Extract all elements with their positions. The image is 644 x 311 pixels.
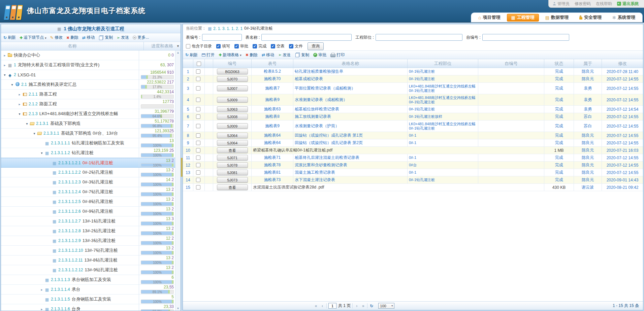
- tree-node[interactable]: 2.1.3.1.1.2.60#-9钻孔灌注桩13 2100%: [1, 207, 175, 216]
- form-name-link[interactable]: 回旋钻（或旋挖钻）成孔记录表 第1页: [295, 133, 363, 138]
- tab-data[interactable]: 数据管理: [541, 14, 573, 22]
- last-page-icon[interactable]: »: [361, 304, 365, 308]
- delete-button[interactable]: 删除: [66, 35, 78, 40]
- file-name-text[interactable]: 水泥混凝土抗压强度试验记录表28d .pdf: [253, 184, 324, 190]
- form-name-link[interactable]: 泥浆比重和含砂量检测记录表: [295, 162, 347, 168]
- edit-button[interactable]: 修改: [50, 35, 63, 40]
- column-header-2[interactable]: 表号: [252, 59, 293, 68]
- row-checkbox[interactable]: [196, 69, 200, 74]
- page-input[interactable]: [328, 303, 336, 309]
- row-checkbox[interactable]: [196, 163, 200, 167]
- filter-fill[interactable]: 填写: [216, 43, 230, 49]
- filter-complete[interactable]: 完成: [253, 43, 266, 49]
- form-code-button[interactable]: SJ071: [217, 155, 248, 161]
- select-all-checkbox[interactable]: [197, 62, 201, 66]
- row-checkbox[interactable]: [196, 170, 200, 175]
- scroll-up-icon[interactable]: ▲: [175, 51, 181, 54]
- online-help-link[interactable]: 在线帮助: [596, 1, 612, 7]
- form-code-button[interactable]: SJ063: [217, 106, 248, 112]
- add-form-button[interactable]: 新增表格: [219, 52, 242, 58]
- row-checkbox[interactable]: [196, 98, 200, 102]
- send-button[interactable]: 发送: [278, 52, 291, 58]
- form-code-button[interactable]: SJ007: [217, 85, 248, 91]
- open-button[interactable]: 打开: [202, 52, 215, 58]
- tree-node[interactable]: 2.1.3.1.1.2.1213#-9钻孔灌注桩13 2100%: [1, 265, 175, 275]
- table-row[interactable]: 11SJ071施检表71桩基终孔后灌注混凝土前检查记录表0#-1完成陈良元202…: [183, 154, 643, 162]
- tree-node[interactable]: ▾2.1施工质检资料及评定汇总222,53822 21717.8%: [1, 80, 175, 90]
- print-button[interactable]: 打印: [330, 52, 345, 58]
- form-name-link[interactable]: 水下混凝土灌注记录表: [295, 177, 335, 183]
- logout-link[interactable]: 退出系统: [617, 1, 639, 7]
- expand-icon[interactable]: ▸: [17, 102, 22, 106]
- row-checkbox[interactable]: [196, 124, 200, 128]
- row-checkbox[interactable]: [196, 185, 200, 189]
- tree-node[interactable]: 2.1.3.1.1.5台身钢筋加工及安装5100%: [1, 295, 175, 304]
- table-row[interactable]: 5SJ063施检表63桩基桩位放样检查记录表0#-1钻孔灌注桩完成袁勇2020-…: [183, 106, 643, 113]
- form-name-link[interactable]: 回旋钻（或旋挖钻）成孔记录表 第2页: [295, 140, 363, 146]
- tree-node[interactable]: 2.1.3.1.1.3承台钢筋加工及安装6100%: [1, 275, 175, 285]
- form-code-button[interactable]: SJ008: [217, 114, 248, 119]
- page-size-select[interactable]: 100 ▾: [378, 303, 394, 309]
- checkbox-checked-icon[interactable]: [216, 44, 221, 48]
- next-page-icon[interactable]: ›: [354, 304, 359, 308]
- table-row[interactable]: 12SJ078施检表78泥浆比重和含砂量检测记录表0#台完成陈良元2020-07…: [183, 162, 643, 169]
- form-no-link[interactable]: 施检表71: [264, 155, 281, 161]
- table-row[interactable]: 15查看水泥混凝土抗压强度试验记录表28d .pdf430 KB谢云波2020-…: [183, 184, 643, 191]
- more-button[interactable]: 更多...: [133, 35, 149, 40]
- row-checkbox[interactable]: [196, 77, 200, 81]
- column-header-3[interactable]: 表格名称: [293, 59, 408, 68]
- tree-node-selected[interactable]: 2.1.3.1.1.2.10#-1钻孔灌注桩13 2100%: [1, 158, 175, 168]
- form-code-button[interactable]: SJ070: [217, 76, 248, 82]
- filter-empty-form[interactable]: 空表: [271, 43, 285, 49]
- tree-node[interactable]: 2.1.3.1.1.2.813#-2钻孔灌注桩13 2100%: [1, 226, 175, 236]
- checkbox-checked-icon[interactable]: [253, 44, 257, 48]
- form-no-link[interactable]: 施检表9: [265, 123, 280, 129]
- project-part-input[interactable]: [376, 34, 462, 41]
- table-row[interactable]: 10查看桥梁桩基终孔确认单左幅0#-1桩孔灌注桩.pdf1 MB陈良元2020-…: [183, 147, 643, 154]
- form-name-link[interactable]: 平面位置检查记录表（成桩检测）: [295, 85, 355, 91]
- user-menu[interactable]: 管理员: [553, 1, 570, 7]
- scroll-down-icon[interactable]: ▼: [175, 307, 181, 310]
- file-name-text[interactable]: 桥梁桩基终孔确认单左幅0#-1桩孔灌注桩.pdf: [253, 147, 332, 153]
- table-row[interactable]: 1BGD063检表8.5.2钻孔灌注桩质量检验报告单0#-1钻孔灌注桩完成陈良元…: [183, 68, 643, 75]
- tree-node[interactable]: ▸2.1.3.1.1.6台身23,3390.0%: [1, 304, 175, 311]
- expand-icon[interactable]: ▸: [2, 54, 7, 57]
- filter-include-subdir[interactable]: 包含子目录: [186, 43, 212, 49]
- refresh-button[interactable]: 刷新: [3, 35, 16, 40]
- row-checkbox[interactable]: [196, 148, 200, 152]
- column-header-6[interactable]: 状态: [544, 59, 574, 68]
- form-no-link[interactable]: 施检表64: [264, 133, 281, 138]
- column-header-8[interactable]: 修改: [602, 59, 643, 68]
- form-name-link[interactable]: 水准测量记录表（护筒）: [295, 123, 339, 129]
- table-row[interactable]: 7SJ009施检表9水准测量记录表（护筒）LK0+481.848南沙村互通立交跨…: [183, 120, 643, 132]
- table-row[interactable]: 13SJ081施检表81混凝土施工检查记录表0#-1完成陈良元2020-07-1…: [183, 169, 643, 176]
- tree-node[interactable]: ▸快捷办公中心0 0: [1, 50, 175, 60]
- form-code-button[interactable]: SJ078: [217, 162, 248, 168]
- move-button[interactable]: 移动: [82, 35, 95, 40]
- tree-node[interactable]: ▾2.1.3.1基础及下部构造51,17927896.8%: [1, 119, 175, 129]
- form-no-link[interactable]: 施检表8: [265, 114, 280, 119]
- form-no-link[interactable]: 施检表81: [264, 170, 281, 175]
- tree-node[interactable]: ▸2.1.1路基工程442,33141.4%: [1, 90, 175, 99]
- column-header-progress[interactable]: 进度和表格 ▼: [144, 42, 181, 50]
- collapse-icon[interactable]: ▾: [10, 83, 14, 87]
- tree-node[interactable]: 2.1.3.1.1.2.713#-1钻孔灌注桩13 3100%: [1, 216, 175, 226]
- form-no-link[interactable]: 施检表70: [264, 76, 281, 82]
- form-name-link[interactable]: 桩基成桩记录表: [295, 76, 323, 82]
- form-name-link[interactable]: 桩基终孔后灌注混凝土前检查记录表: [295, 155, 359, 161]
- form-no-input[interactable]: [202, 34, 242, 41]
- tree-node[interactable]: ▸2.1.2路面工程12773: [1, 99, 175, 109]
- column-header-name[interactable]: 名称: [1, 42, 144, 50]
- row-checkbox[interactable]: [196, 107, 200, 111]
- table-row[interactable]: 8SJ064施检表64回旋钻（或旋挖钻）成孔记录表 第1页0#-1完成陈良元20…: [183, 132, 643, 139]
- form-name-link[interactable]: 混凝土施工检查记录表: [295, 170, 335, 175]
- approve-button[interactable]: 审批: [313, 52, 326, 58]
- collapse-icon[interactable]: ▾: [25, 122, 29, 126]
- collapse-icon[interactable]: ▾: [39, 151, 44, 155]
- self-no-input[interactable]: [482, 34, 569, 41]
- tree-node[interactable]: ▾2.1.3.1.1.2钻孔灌注桩123,159 25100%: [1, 148, 175, 158]
- form-code-button[interactable]: SJ064: [217, 133, 248, 138]
- first-page-icon[interactable]: «: [314, 304, 318, 308]
- expand-icon[interactable]: ▸: [2, 63, 7, 67]
- add-node-button[interactable]: 追下级节点: [20, 35, 46, 40]
